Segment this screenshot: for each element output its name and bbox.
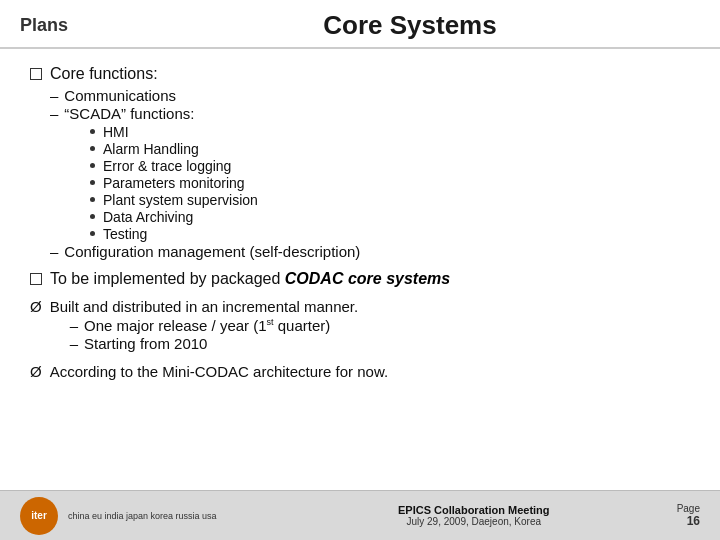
dash-icon-4: – (70, 317, 78, 334)
section-label-plans: Plans (20, 15, 120, 36)
dot-icon-2 (90, 146, 95, 151)
sub-item-starting: – Starting from 2010 (70, 335, 359, 352)
sub-item-config: – Configuration management (self-descrip… (50, 243, 690, 260)
page-number: 16 (687, 514, 700, 528)
codac-name: CODAC core systems (285, 270, 450, 287)
sub-item-communications: – Communications (50, 87, 690, 104)
params-text: Parameters monitoring (103, 175, 245, 191)
config-text: Configuration management (self-descripti… (64, 243, 360, 260)
major-release-text: One major release / year (1st quarter) (84, 317, 330, 334)
omega-icon-2: Ø (30, 363, 42, 380)
mini-codac-label: According to the Mini-CODAC architecture… (50, 363, 388, 380)
section-header-core: Core functions: (30, 65, 690, 83)
plant-text: Plant system supervision (103, 192, 258, 208)
starting-text: Starting from 2010 (84, 335, 207, 352)
page-footer: iter china eu india japan korea russia u… (0, 490, 720, 540)
built-sub-list: – One major release / year (1st quarter)… (70, 317, 359, 352)
bullet-data: Data Archiving (90, 209, 690, 225)
sub-item-scada: – “SCADA” functions: (50, 105, 690, 122)
sub-item-major-release: – One major release / year (1st quarter) (70, 317, 359, 334)
square-bullet-icon-2 (30, 273, 42, 285)
bullet-params: Parameters monitoring (90, 175, 690, 191)
scada-bullet-list: HMI Alarm Handling Error & trace logging… (90, 124, 690, 242)
bullet-alarm: Alarm Handling (90, 141, 690, 157)
hmi-text: HMI (103, 124, 129, 140)
page-number-area: Page 16 (677, 503, 700, 528)
omega-item-built: Ø Built and distributed in an incrementa… (30, 298, 690, 353)
dash-icon-2: – (50, 105, 58, 122)
conference-label: EPICS Collaboration Meeting (271, 504, 677, 516)
dot-icon-4 (90, 180, 95, 185)
bullet-plant: Plant system supervision (90, 192, 690, 208)
dot-icon-7 (90, 231, 95, 236)
alarm-text: Alarm Handling (103, 141, 199, 157)
section-core-functions: Core functions: – Communications – “SCAD… (30, 65, 690, 260)
dot-icon-3 (90, 163, 95, 168)
square-bullet-icon (30, 68, 42, 80)
bullet-testing: Testing (90, 226, 690, 242)
core-functions-label: Core functions: (50, 65, 158, 83)
page-label: Page (677, 503, 700, 514)
data-text: Data Archiving (103, 209, 193, 225)
dot-icon (90, 129, 95, 134)
dash-icon: – (50, 87, 58, 104)
bullet-error: Error & trace logging (90, 158, 690, 174)
iter-logo: iter (20, 497, 58, 535)
page-title: Core Systems (120, 10, 700, 41)
footer-center: EPICS Collaboration Meeting July 29, 200… (271, 504, 677, 527)
dot-icon-5 (90, 197, 95, 202)
scada-text: “SCADA” functions: (64, 105, 194, 122)
section-codac: To be implemented by packaged CODAC core… (30, 270, 690, 288)
dash-icon-5: – (70, 335, 78, 352)
communications-text: Communications (64, 87, 176, 104)
built-content: Built and distributed in an incremental … (50, 298, 359, 353)
main-content: Core functions: – Communications – “SCAD… (0, 49, 720, 396)
omega-item-mini: Ø According to the Mini-CODAC architectu… (30, 363, 690, 380)
countries-text: china eu india japan korea russia usa (68, 511, 271, 521)
dash-icon-3: – (50, 243, 58, 260)
built-label: Built and distributed in an incremental … (50, 298, 359, 315)
error-text: Error & trace logging (103, 158, 231, 174)
section-mini-codac: Ø According to the Mini-CODAC architectu… (30, 363, 690, 380)
codac-prefix: To be implemented by packaged (50, 270, 285, 287)
dot-icon-6 (90, 214, 95, 219)
page-header: Plans Core Systems (0, 0, 720, 49)
testing-text: Testing (103, 226, 147, 242)
section-header-codac: To be implemented by packaged CODAC core… (30, 270, 690, 288)
logo-text: iter (31, 510, 47, 521)
bullet-hmi: HMI (90, 124, 690, 140)
omega-icon: Ø (30, 298, 42, 315)
location-label: July 29, 2009, Daejeon, Korea (271, 516, 677, 527)
core-sub-list: – Communications – “SCADA” functions: HM… (50, 87, 690, 260)
section-built: Ø Built and distributed in an incrementa… (30, 298, 690, 353)
codac-label: To be implemented by packaged CODAC core… (50, 270, 450, 288)
